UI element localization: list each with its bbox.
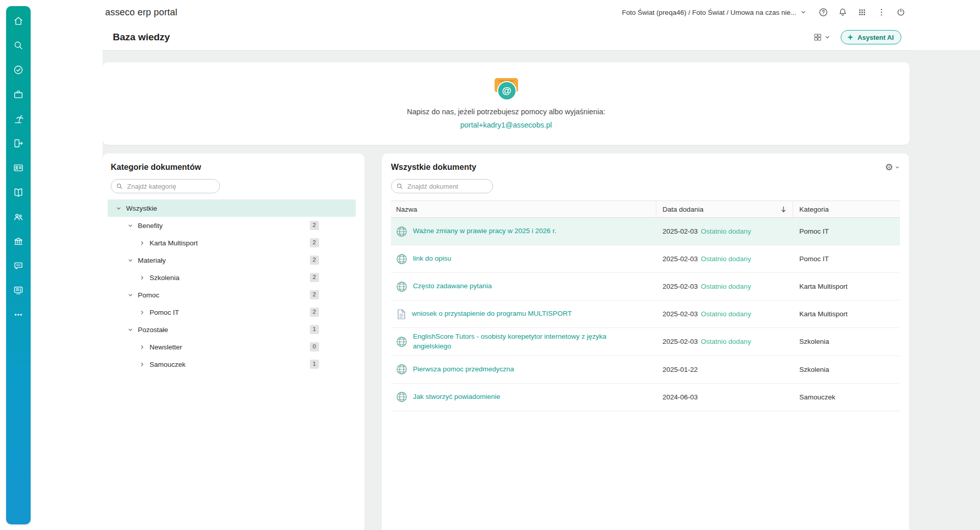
table-settings-button[interactable]: ⚙ (885, 163, 900, 172)
approvals-icon[interactable] (13, 64, 24, 75)
document-link[interactable]: Często zadawane pytania (413, 282, 492, 291)
tree-item-count: 2 (310, 256, 319, 265)
layout-switcher-button[interactable] (813, 33, 830, 42)
id-card-icon[interactable] (13, 162, 24, 173)
document-link[interactable]: Ważne zmiany w prawie pracy w 2025 i 202… (413, 226, 556, 236)
column-header-date[interactable]: Data dodania (656, 201, 793, 217)
at-symbol: @ (497, 81, 517, 100)
document-date-cell: 2025-02-03Ostatnio dodany (656, 310, 793, 318)
home-icon[interactable] (13, 15, 24, 27)
document-category-cell: Szkolenia (793, 338, 900, 345)
chevron-down-icon[interactable] (116, 206, 125, 211)
category-search-input[interactable] (111, 179, 220, 193)
tree-item-count: 1 (310, 325, 319, 334)
tree-item-benefity[interactable]: Benefity2 (108, 217, 356, 234)
document-search-input[interactable] (391, 179, 493, 193)
chevron-right-icon[interactable] (139, 240, 149, 246)
category-tree: WszystkieBenefity2Karta Multisport2Mater… (103, 199, 364, 373)
vacations-icon[interactable] (13, 113, 24, 124)
categories-title: Kategorie dokumentów (103, 163, 364, 172)
globe-icon (396, 391, 407, 402)
tree-item-count: 2 (310, 273, 319, 282)
document-date-cell: 2025-02-03Ostatnio dodany (656, 283, 793, 290)
tree-item-label: Materiały (138, 257, 166, 264)
document-date: 2025-01-22 (663, 366, 698, 373)
document-category-cell: Karta Multisport (793, 283, 900, 290)
tree-item-materiały[interactable]: Materiały2 (108, 251, 356, 269)
document-row[interactable]: Jak stworzyć powiadomienie2024-06-03Samo… (391, 384, 900, 411)
chevron-right-icon[interactable] (139, 362, 149, 367)
chevron-down-icon[interactable] (128, 258, 137, 263)
tree-item-samouczek[interactable]: Samouczek1 (108, 356, 356, 373)
library-icon[interactable] (13, 187, 24, 198)
chevron-down-icon[interactable] (128, 327, 137, 333)
globe-icon (396, 364, 407, 375)
more-icon[interactable] (13, 309, 24, 320)
globe-icon (396, 336, 407, 347)
recently-added-badge: Ostatnio dodany (701, 283, 751, 290)
page-bar-actions: Asystent AI (813, 30, 901, 44)
document-row[interactable]: EnglishScore Tutors - osobisty korepetyt… (391, 328, 900, 356)
exit-icon[interactable] (13, 138, 24, 149)
recently-added-badge: Ostatnio dodany (701, 338, 751, 345)
notifications-button[interactable] (834, 4, 851, 21)
contact-email-link[interactable]: portal+kadry1@assecobs.pl (460, 121, 552, 129)
chat-icon[interactable] (13, 260, 24, 271)
tree-item-count: 2 (310, 308, 319, 317)
document-category-cell: Szkolenia (793, 366, 900, 373)
ai-assistant-label: Asystent AI (857, 34, 894, 41)
document-row[interactable]: Często zadawane pytania2025-02-03Ostatni… (391, 273, 900, 300)
column-header-name[interactable]: Nazwa (391, 201, 656, 217)
apps-grid-icon (857, 8, 867, 17)
tree-item-szkolenia[interactable]: Szkolenia2 (108, 269, 356, 286)
tree-item-label: Szkolenia (150, 274, 180, 282)
apps-button[interactable] (853, 4, 871, 21)
tree-item-pomoc-it[interactable]: Pomoc IT2 (108, 304, 356, 321)
document-link[interactable]: Pierwsza pomoc przedmedyczna (413, 365, 514, 374)
help-button[interactable] (815, 4, 832, 21)
tree-item-karta-multisport[interactable]: Karta Multisport2 (108, 234, 356, 251)
tree-item-newsletter[interactable]: Newsletter0 (108, 338, 356, 356)
gear-icon: ⚙ (885, 163, 893, 172)
team-icon[interactable] (13, 211, 24, 222)
document-category-cell: Samouczek (793, 393, 900, 401)
context-selector[interactable]: Foto Świat (preqa46) / Foto Świat / Umow… (622, 9, 813, 16)
document-link[interactable]: wniosek o przystapienie do programu MULT… (412, 309, 572, 319)
document-link[interactable]: EnglishScore Tutors - osobisty korepetyt… (413, 332, 644, 351)
chevron-down-icon[interactable] (128, 223, 137, 229)
tree-item-count: 0 (310, 342, 319, 351)
document-link[interactable]: Jak stworzyć powiadomienie (413, 392, 500, 402)
document-row[interactable]: Pierwsza pomoc przedmedyczna2025-01-22Sz… (391, 356, 900, 384)
chevron-down-icon[interactable] (128, 292, 137, 298)
more-options-button[interactable] (873, 4, 890, 21)
app-title: asseco erp portal (105, 7, 177, 18)
logout-button[interactable] (892, 4, 910, 21)
tree-item-pomoc[interactable]: Pomoc2 (108, 286, 356, 304)
ai-assistant-button[interactable]: Asystent AI (841, 30, 901, 44)
document-row[interactable]: wniosek o przystapienie do programu MULT… (391, 300, 900, 328)
document-link[interactable]: link do opisu (413, 254, 451, 264)
chevron-right-icon[interactable] (139, 275, 149, 281)
search-icon[interactable] (13, 40, 24, 51)
organization-icon[interactable] (13, 236, 24, 247)
document-row[interactable]: link do opisu2025-02-03Ostatnio dodanyPo… (391, 245, 900, 273)
tree-item-label: Pozostałe (138, 326, 168, 334)
tree-item-label: Wszystkie (126, 205, 157, 212)
tree-item-label: Benefity (138, 222, 163, 230)
document-date: 2025-02-03 (663, 338, 698, 345)
column-header-category[interactable]: Kategoria (793, 201, 900, 217)
tree-item-pozostałe[interactable]: Pozostałe1 (108, 321, 356, 338)
document-row[interactable]: Ważne zmiany w prawie pracy w 2025 i 202… (391, 218, 900, 245)
chevron-down-icon (800, 9, 806, 15)
documents-table-body: Ważne zmiany w prawie pracy w 2025 i 202… (391, 218, 900, 411)
globe-icon (396, 281, 407, 292)
documents-title: Wszystkie dokumenty (391, 163, 476, 172)
news-icon[interactable] (13, 285, 24, 296)
chevron-right-icon[interactable] (139, 344, 149, 350)
document-date-cell: 2025-02-03Ostatnio dodany (656, 228, 793, 235)
briefcase-icon[interactable] (13, 89, 24, 100)
layout-grid-icon (813, 33, 822, 42)
chevron-right-icon[interactable] (139, 310, 149, 315)
tree-item-wszystkie[interactable]: Wszystkie (108, 199, 356, 217)
tree-item-count: 2 (310, 238, 319, 247)
